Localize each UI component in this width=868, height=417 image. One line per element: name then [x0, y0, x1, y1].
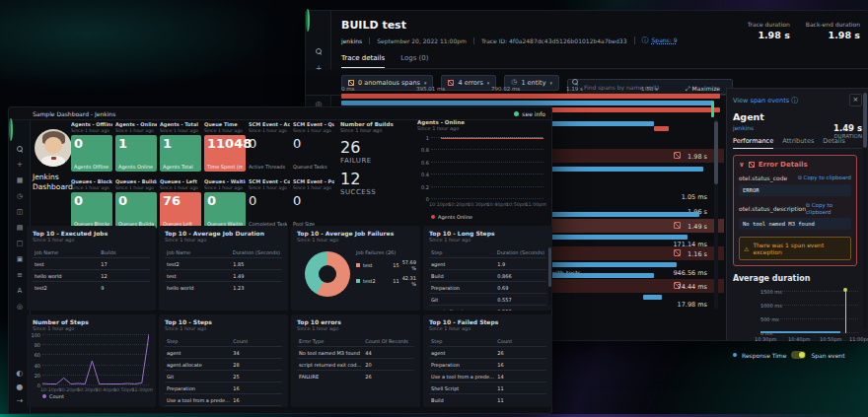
column-header: Duration (Seconds) — [233, 249, 280, 255]
services-icon[interactable]: ◷ — [13, 193, 27, 200]
span-bar[interactable] — [654, 126, 669, 131]
trace-tabs: Trace details Logs (0) — [341, 54, 868, 69]
exceptions-icon[interactable]: ≡ — [13, 272, 27, 279]
stat-card[interactable]: Agents - OnlineSince 1 hour ago1Agents O… — [115, 121, 157, 172]
table-row: Preparation16 — [165, 382, 282, 393]
table-row: agent34 — [165, 346, 282, 358]
cell-value: 16 — [497, 362, 544, 368]
see-info-button[interactable]: see info — [514, 110, 545, 117]
logs-icon[interactable]: ▤ — [13, 225, 27, 232]
table-row: Git25 — [165, 370, 282, 382]
view-span-events-link[interactable]: View span events ⓘ — [733, 97, 801, 104]
minimap-bar[interactable] — [341, 94, 720, 99]
stat-card[interactable]: Queues - BlockedSince 1 hour ago0Queues … — [71, 178, 112, 229]
cell-name: agent — [431, 261, 497, 267]
tab-logs[interactable]: Logs (0) — [400, 54, 428, 68]
x-tick: 10:10pm — [429, 202, 451, 207]
span-error-icon — [674, 249, 681, 256]
service-map-icon[interactable]: A — [13, 288, 27, 295]
stat-card-value-box: 0Agents Offline — [71, 135, 112, 172]
stat-card[interactable]: SCM Event - Active ThreadsSince 1 hour a… — [249, 121, 290, 172]
table-row: test1.49 — [165, 269, 282, 281]
new-icon[interactable]: + — [13, 162, 27, 169]
copy-to-clipboard-button[interactable]: ⧉ Copy to clipboard — [806, 202, 851, 215]
cell-name: Build — [431, 273, 497, 279]
trace-service: jenkins — [341, 37, 369, 44]
y-tick: 0.6 — [418, 160, 429, 166]
stat-card[interactable]: Agents - OfflineSince 1 hour ago0Agents … — [71, 121, 112, 172]
stat-card[interactable]: Queues - WaitingSince 1 hour ago0Queues … — [204, 178, 246, 229]
stat-card[interactable]: Queues - BuildableSince 1 hour ago0Queue… — [115, 178, 157, 229]
gridline: 0.6 — [431, 162, 543, 163]
dashboards-icon[interactable]: ▦ — [13, 177, 27, 184]
maximize-button[interactable]: ⤢ Maximize — [686, 85, 720, 93]
donut-legend-entry: test1557.69 % — [356, 259, 416, 271]
panel-scrollbar[interactable] — [863, 93, 867, 329]
x-tick: 11:00pm — [132, 387, 154, 392]
cell-value: 25 — [233, 374, 280, 380]
collapse-arrow-icon[interactable]: → — [13, 397, 27, 405]
table-header: StepCount — [429, 336, 546, 346]
panel-title: Top 10 - Average Job Duration — [165, 230, 282, 237]
span-bar[interactable] — [643, 295, 662, 300]
stat-card-subtitle: Since 1 hour ago — [249, 127, 287, 133]
theme-icon[interactable]: ◐ — [13, 370, 27, 378]
gridline: 0 — [431, 198, 543, 199]
tab-performance[interactable]: Performance — [733, 137, 773, 149]
column-header: Error Type — [299, 338, 365, 344]
cell-value: 28 — [233, 362, 280, 368]
tab-attributes[interactable]: Attributes — [782, 137, 814, 145]
error-details-header[interactable]: ∨ Error Details — [739, 161, 851, 169]
span-event-exception-note[interactable]: ⚠ There was 1 span event exception — [739, 237, 851, 260]
table-row: Build0.866 — [429, 269, 546, 281]
stat-card[interactable]: SCM Event - Pool SizeSince 1 hour ago0Po… — [293, 178, 334, 229]
stat-card[interactable]: Agents - TotalSince 1 hour ago1Agents To… — [160, 121, 201, 172]
stat-card[interactable]: SCM Event - Queued TasksSince 1 hour ago… — [293, 121, 334, 172]
traces-icon[interactable]: ◫ — [13, 209, 27, 216]
table-row: Use a tool from a predefined Tool Instal… — [429, 370, 546, 382]
stat-card-subtitle: Since 1 hour ago — [204, 127, 243, 133]
table-header: Job NameDuration (Seconds) — [165, 247, 282, 257]
usage-icon[interactable]: □ — [13, 241, 27, 247]
stat-card[interactable]: Queues - LeftSince 1 hour ago76Queues Le… — [160, 178, 201, 229]
panel-subtitle: Since 1 hour ago — [165, 237, 282, 243]
column-header: Count — [497, 338, 544, 344]
clock-icon: ◷ — [511, 79, 517, 86]
stat-card-value-box: 0Completed Tasks — [249, 192, 290, 229]
cell-value: 11 — [497, 397, 544, 403]
cell-value: 14 — [497, 374, 544, 380]
cell-name: Use a tool from a predefined Tool Instal… — [167, 397, 233, 403]
errors-filter[interactable]: 4 errors ▾ — [441, 75, 496, 91]
cell-name: hello world — [35, 273, 101, 279]
close-icon[interactable]: × — [849, 94, 862, 106]
waterfall-scrollbar[interactable] — [714, 117, 718, 310]
warning-icon: ⚠ — [744, 245, 749, 252]
span-bar[interactable] — [687, 235, 714, 240]
alerts-icon[interactable]: ▣ — [13, 256, 27, 263]
stat-value: 0 — [293, 137, 331, 150]
settings-icon[interactable]: ◎ — [13, 304, 27, 311]
minimap-handle[interactable] — [711, 102, 714, 117]
span-duration: 17.98 ms — [678, 301, 707, 309]
stat-card[interactable]: SCM Event - Completed TasksSince 1 hour … — [249, 178, 290, 229]
tab-trace-details[interactable]: Trace details — [341, 54, 385, 68]
stat-card-subtitle: Since 1 hour ago — [204, 184, 243, 190]
stat-label: Agents Total — [163, 164, 198, 170]
spans-count[interactable]: ⓘSpans: 9 — [634, 36, 685, 44]
span-event-toggle[interactable] — [791, 351, 806, 359]
table-row: agent26 — [429, 346, 546, 358]
stat-card[interactable]: Queue TimeSince 1 hour ago11048Time Spen… — [204, 121, 246, 172]
stat-card-subtitle: Since 1 hour ago — [293, 184, 331, 190]
backend-duration: Back-end duration 1.98 s — [806, 21, 860, 40]
app-logo-icon[interactable] — [9, 118, 13, 141]
status-dot-icon[interactable]: ● — [13, 383, 27, 391]
table-scrollbar[interactable] — [548, 247, 551, 305]
search-icon[interactable] — [17, 146, 24, 153]
chart-legend: Response Time Span event — [733, 351, 862, 359]
minimap-bar[interactable] — [341, 101, 714, 105]
search-icon[interactable] — [316, 48, 323, 55]
x-tick: 10:30pm — [468, 202, 489, 207]
app-logo-icon[interactable] — [306, 9, 310, 32]
table-row: agent1.9 — [429, 257, 546, 269]
copy-to-clipboard-button[interactable]: ⧉ Copy to clipboard — [798, 174, 851, 181]
